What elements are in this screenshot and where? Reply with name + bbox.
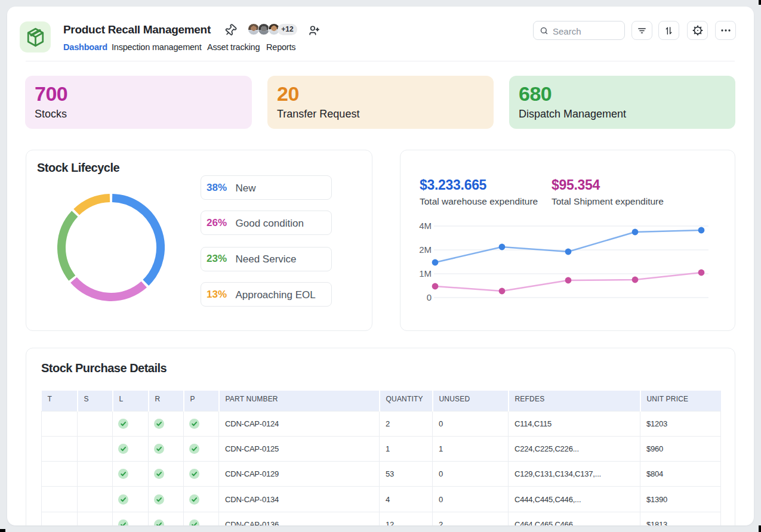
- svg-text:4M: 4M: [419, 221, 432, 231]
- svg-text:1M: 1M: [419, 268, 432, 279]
- svg-text:0: 0: [427, 292, 432, 302]
- svg-text:2M: 2M: [419, 245, 432, 255]
